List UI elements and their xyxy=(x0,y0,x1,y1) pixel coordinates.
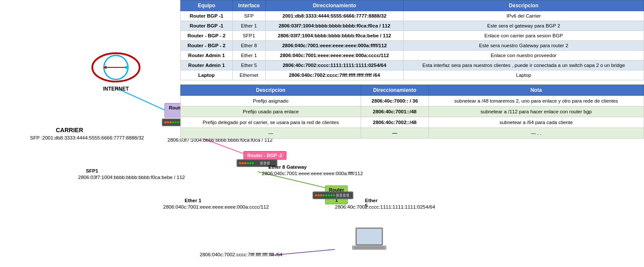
svg-point-41 xyxy=(323,194,325,197)
sec-cell-nota: subnetear a /48 tomaremos 2, uno para en… xyxy=(428,96,644,106)
table-area: Equipo Interface Direccionamiento Descri… xyxy=(180,0,644,139)
table-row: Prefijo delegado por el carrier, se usar… xyxy=(181,117,644,128)
table-row: Prefijo usado para enlace2806:40c:7001::… xyxy=(181,106,644,117)
col-equipo: Equipo xyxy=(181,0,233,11)
cell-equipo: Router - BGP - 2 xyxy=(181,41,233,51)
cell-direccionamiento: 2806:40c:7002:cccc:1111:1111:1111:0254/6… xyxy=(265,61,404,70)
sfp1-addr: 2806:03f7:1004:bbbb:bbbb:bbbb:f0ca:bebe … xyxy=(78,175,185,180)
svg-point-32 xyxy=(252,162,254,164)
svg-point-13 xyxy=(164,121,167,124)
ether5-addr: 2806:40c:7002:cccc:1111:1111:1111:0254/6… xyxy=(335,204,435,209)
table-row: Router BGP -1SFP2001:db8:3333:4444:5555:… xyxy=(181,11,644,21)
cell-direccionamiento: 2806:040c:7002:cccc:7fff:ffff:ffff:ffff … xyxy=(265,70,404,80)
sec-cell-direccionamiento: 2806:40c:7001::/48 xyxy=(361,106,428,117)
sec-col-nota: Nota xyxy=(428,85,644,96)
ether1-admin-addr: 2806:040c:7001:eeee:eeee:eeee:000a:cccc/… xyxy=(163,204,269,209)
svg-point-17 xyxy=(175,121,177,124)
cell-interface: SFP xyxy=(232,11,265,21)
table-row: LaptopEthernet2806:040c:7002:cccc:7fff:f… xyxy=(181,70,644,80)
cell-descripcion: Este sera nuestro Gateway para router 2 xyxy=(404,41,644,51)
cell-descripcion: Esta interfaz sera para nuestros cliente… xyxy=(404,61,644,70)
main-table: Equipo Interface Direccionamiento Descri… xyxy=(180,0,644,80)
svg-point-28 xyxy=(242,162,244,164)
svg-point-29 xyxy=(244,162,246,164)
ether8-addr: 2806:040c:7001:eeee:eeee:eeee:000a:ffff/… xyxy=(262,171,363,176)
cell-equipo: Router BGP -1 xyxy=(181,21,233,31)
sec-cell-nota: subnetear a /112 para hacer enlace con r… xyxy=(428,106,644,117)
internet-cloud: INTERNET xyxy=(88,52,144,90)
sec-cell-descripcion: Prefijo delegado por el carrier, se usar… xyxy=(181,117,361,128)
cell-descripcion: Este sera el gateway para BGP 2 xyxy=(404,21,644,31)
sec-cell-nota: — . . xyxy=(428,128,644,139)
sec-cell-nota: subnetear a /64 para cada cliente xyxy=(428,117,644,128)
cell-interface: Ether 5 xyxy=(232,61,265,70)
svg-point-31 xyxy=(249,162,252,164)
table-row: Router Admin 1Ether 52806:40c:7002:cccc:… xyxy=(181,61,644,70)
sec-cell-descripcion: Prefijo usado para enlace xyxy=(181,106,361,117)
svg-point-30 xyxy=(247,162,249,164)
cell-interface: SFP1 xyxy=(232,31,265,41)
svg-rect-33 xyxy=(260,161,263,165)
svg-rect-48 xyxy=(343,194,346,197)
cell-direccionamiento: 2806:03f7:1004:bbbb:bbbb:bbbb:f0ca:bebe … xyxy=(265,31,404,41)
cell-descripcion: Enlace con carrier para sesion BGP xyxy=(404,31,644,41)
svg-rect-47 xyxy=(340,194,342,197)
cell-equipo: Router BGP -1 xyxy=(181,11,233,21)
col-interface: Interface xyxy=(232,0,265,11)
col-descripcion: Descripcion xyxy=(404,0,644,11)
table-row: Router BGP -1Ether 12806:03f7:1004:bbbb:… xyxy=(181,21,644,31)
sfp1-label: SFP1 xyxy=(86,168,98,173)
laptop-device xyxy=(352,227,386,254)
laptop-icon xyxy=(352,227,386,252)
svg-point-42 xyxy=(325,194,328,197)
cell-descripcion: IPv6 del Carrier xyxy=(404,11,644,21)
sec-cell-direccionamiento: 2806:40c:7000:: / 36 xyxy=(361,96,428,106)
cell-descripcion: Laptop xyxy=(404,70,644,80)
svg-point-38 xyxy=(315,194,317,197)
svg-rect-49 xyxy=(346,194,349,197)
cell-direccionamiento: 2806:040c:7001:eeee:eeee:eeee:000a:cccc/… xyxy=(265,51,404,61)
sec-cell-descripcion: — xyxy=(181,128,361,139)
cell-equipo: Router Admin 1 xyxy=(181,51,233,61)
cell-direccionamiento: 2806:040c:7001:eeee:eeee:eeee:000a:ffff/… xyxy=(265,41,404,51)
secondary-table: Descripcion Direccionamiento Nota Prefij… xyxy=(180,85,644,139)
cell-interface: Ether 8 xyxy=(232,41,265,51)
cell-equipo: Router - BGP - 2 xyxy=(181,31,233,41)
cell-interface: Ethernet xyxy=(232,70,265,80)
carrier-addr: SFP :2001:db8:3333:4444:5555:6666:7777:8… xyxy=(30,135,144,140)
cloud-icon xyxy=(90,52,142,84)
svg-rect-53 xyxy=(354,246,384,249)
svg-point-27 xyxy=(239,162,241,164)
cell-descripcion: Enlace con nuestro proveedor xyxy=(404,51,644,61)
cell-equipo: Router Admin 1 xyxy=(181,61,233,70)
table-row: Router Admin 1Ether 12806:040c:7001:eeee… xyxy=(181,51,644,61)
sec-cell-direccionamiento: — xyxy=(361,128,428,139)
svg-point-39 xyxy=(318,194,320,197)
carrier-label: CARRIER xyxy=(56,127,83,134)
svg-point-15 xyxy=(170,121,172,124)
sec-cell-descripcion: Prefijo asignado xyxy=(181,96,361,106)
svg-point-14 xyxy=(167,121,169,124)
svg-point-18 xyxy=(177,121,179,124)
cell-interface: Ether 1 xyxy=(232,21,265,31)
svg-point-16 xyxy=(172,121,174,124)
svg-rect-46 xyxy=(336,194,339,197)
router-admin1-device xyxy=(313,190,355,203)
svg-point-45 xyxy=(333,194,335,197)
ether1-admin-label: Ether 1 xyxy=(185,198,201,203)
table-row: Router - BGP - 2SFP12806:03f7:1004:bbbb:… xyxy=(181,31,644,41)
svg-rect-34 xyxy=(264,161,266,165)
svg-point-43 xyxy=(328,194,330,197)
ether8-label: Ether 8 Gateway xyxy=(268,164,307,170)
sec-col-descripcion: Descripcion xyxy=(181,85,361,96)
sec-col-direccionamiento: Direccionamiento xyxy=(361,85,428,96)
svg-point-44 xyxy=(331,194,333,197)
table-row: Prefijo asignado2806:40c:7000:: / 36subn… xyxy=(181,96,644,106)
table-row: Router - BGP - 2Ether 82806:040c:7001:ee… xyxy=(181,41,644,51)
router-admin1-icon xyxy=(313,190,355,202)
sec-cell-direccionamiento: 2806:40c:7002::/48 xyxy=(361,117,428,128)
cell-direccionamiento: 2001:db8:3333:4444:5555:6666:7777:8888/3… xyxy=(265,11,404,21)
cell-equipo: Laptop xyxy=(181,70,233,80)
laptop-addr: 2806:040c:7002:cccc:7fff:ffff:ffff:ffff … xyxy=(200,252,283,257)
cell-interface: Ether 1 xyxy=(232,51,265,61)
